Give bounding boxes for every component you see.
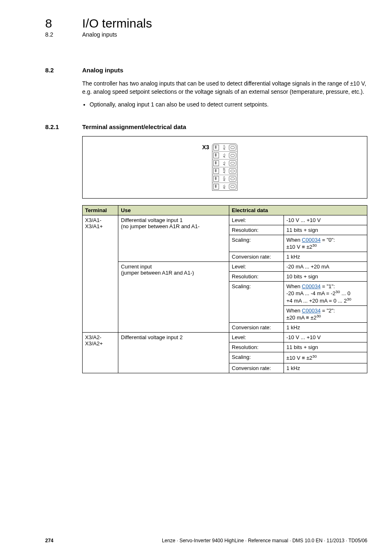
label-resolution: Resolution:	[229, 272, 284, 282]
table-cell-terminal-a2: X3/A2- X3/A2+	[83, 333, 118, 373]
text: = "2":	[321, 308, 335, 314]
link-c00034[interactable]: C00034	[302, 308, 321, 314]
label-scaling: Scaling:	[229, 235, 284, 252]
a1v-convrate: 1 kHz	[284, 252, 367, 262]
text: +4 mA ... +20 mA = 0 ... 2	[286, 298, 347, 304]
terminal-a1-minus: X3/A1-	[85, 217, 101, 223]
a1c-level: -20 mA ... +20 mA	[284, 262, 367, 272]
label-level: Level:	[229, 333, 284, 342]
use-a1-current-l1: Current input	[121, 264, 152, 270]
pin-label: A1-	[223, 153, 226, 157]
link-c00034[interactable]: C00034	[302, 283, 321, 289]
terminal-diagram: X3 A1+ A1- A1- A1R A2+ A2-	[82, 136, 367, 199]
superscript: 30	[312, 354, 317, 358]
table-header-use: Use	[118, 205, 229, 215]
text: When	[286, 308, 302, 314]
a2-level: -10 V ... +10 V	[284, 333, 367, 342]
use-a1-voltage-l1: Differential voltage input 1	[121, 217, 182, 223]
footer-meta: Lenze · Servo-Inverter 9400 HighLine · R…	[162, 538, 367, 543]
table-cell-use-a1-voltage: Differential voltage input 1 (no jumper …	[118, 215, 229, 261]
a2-scaling: ±10 V ≡ ±230	[284, 352, 367, 363]
text: When	[286, 237, 302, 243]
section-8-2-1-number: 8.2.1	[45, 123, 66, 130]
a1c-scaling-mode2: When C00034 = "2": ±20 mA ≡ ±230	[284, 305, 367, 322]
label-scaling: Scaling:	[229, 352, 284, 363]
text: = "0":	[321, 237, 335, 243]
a2-resolution: 11 bits + sign	[284, 342, 367, 352]
text: = "1":	[321, 283, 335, 289]
text: ... 0	[340, 291, 350, 297]
link-c00034[interactable]: C00034	[302, 237, 321, 243]
a1v-resolution: 11 bits + sign	[284, 225, 367, 235]
label-resolution: Resolution:	[229, 342, 284, 352]
superscript: 30	[336, 289, 340, 294]
table-cell-terminal-a1: X3/A1- X3/A1+	[83, 215, 118, 332]
pin-label: A2+	[223, 177, 226, 181]
terminal-a1-plus: X3/A1+	[85, 223, 103, 229]
spec-table: Terminal Use Electrical data X3/A1- X3/A…	[82, 205, 367, 373]
section-8-2-1-title: Terminal assignment/electrical data	[82, 123, 186, 130]
section-8-2-title: Analog inputs	[82, 67, 123, 74]
a1c-convrate: 1 kHz	[284, 323, 367, 333]
use-a1-voltage-l2: (no jumper between A1R and A1-	[121, 223, 200, 229]
label-convrate: Conversion rate:	[229, 252, 284, 262]
use-a1-current-l2: (jumper between A1R and A1-)	[121, 270, 194, 276]
text: ±10 V ≡ ±2	[286, 355, 312, 361]
a1c-scaling-mode1: When C00034 = "1": -20 mA ... -4 mA = -2…	[284, 282, 367, 306]
a2-convrate: 1 kHz	[284, 363, 367, 373]
text: -20 mA ... -4 mA = -2	[286, 291, 336, 297]
section-8-2-number: 8.2	[45, 67, 66, 74]
terminal-a2-minus: X3/A2-	[85, 334, 101, 340]
chapter-title: I/O terminals	[82, 16, 152, 30]
divider-dashes: _ _ _ _ _ _ _ _ _ _ _ _ _ _ _ _ _ _ _ _ …	[45, 45, 367, 52]
label-level: Level:	[229, 262, 284, 272]
pin-label: A1-	[223, 161, 226, 165]
text: ±20 mA ≡ ±2	[286, 314, 316, 321]
label-resolution: Resolution:	[229, 225, 284, 235]
label-convrate: Conversion rate:	[229, 363, 284, 373]
text: ±10 V ≡ ±2	[286, 244, 312, 250]
subchapter-title: Analog inputs	[82, 31, 117, 38]
superscript: 30	[347, 297, 351, 301]
section-8-2-paragraph: The controller has two analog inputs tha…	[82, 79, 367, 96]
page-number: 274	[45, 538, 53, 543]
pin-label: A1R	[223, 169, 226, 173]
superscript: 30	[316, 314, 321, 318]
table-cell-use-a2: Differential voltage input 2	[118, 333, 229, 373]
terminal-a2-plus: X3/A2+	[85, 340, 103, 347]
chapter-number: 8	[45, 16, 66, 30]
subchapter-number: 8.2	[45, 31, 66, 38]
section-8-2-bullet-1: Optionally, analog input 1 can also be u…	[90, 100, 367, 109]
label-convrate: Conversion rate:	[229, 323, 284, 333]
label-level: Level:	[229, 215, 284, 225]
table-header-terminal: Terminal	[83, 205, 118, 215]
pin-label: A2-	[223, 185, 226, 189]
a1c-resolution: 10 bits + sign	[284, 272, 367, 282]
a1v-level: -10 V ... +10 V	[284, 215, 367, 225]
pin-label: A1+	[223, 146, 226, 150]
label-scaling: Scaling:	[229, 282, 284, 323]
connector-icon: A1+ A1- A1- A1R A2+ A2-	[212, 143, 238, 191]
table-cell-use-a1-current: Current input (jumper between A1R and A1…	[118, 262, 229, 333]
superscript: 30	[312, 243, 317, 247]
text: When	[286, 283, 302, 289]
a1v-scaling: When C00034 = "0": ±10 V ≡ ±230	[284, 235, 367, 252]
diagram-x3-label: X3	[202, 144, 209, 150]
table-header-electrical: Electrical data	[229, 205, 367, 215]
